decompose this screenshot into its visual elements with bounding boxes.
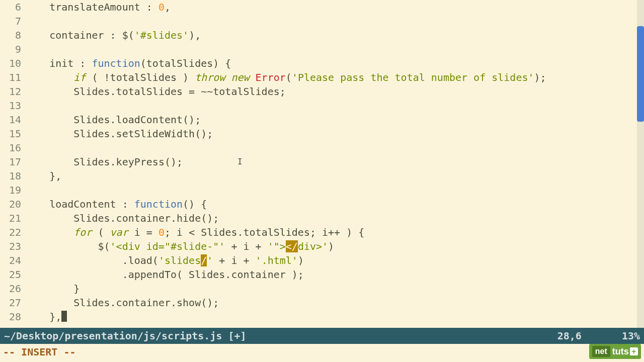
line-number: 11 [0, 70, 21, 84]
line-number: 26 [0, 282, 21, 296]
scrollbar-thumb[interactable] [637, 26, 644, 122]
line-number: 27 [0, 296, 21, 310]
line-number: 7 [0, 14, 21, 28]
editor-mode: -- INSERT -- [3, 346, 76, 358]
cursor-position: 28,6 [557, 330, 582, 342]
scroll-percent: 13% [622, 330, 640, 342]
search-highlight: < [286, 240, 292, 252]
line-number: 21 [0, 211, 21, 225]
line-number: 20 [0, 197, 21, 211]
line-number: 13 [0, 99, 21, 113]
line-number: 22 [0, 225, 21, 239]
line-number: 8 [0, 28, 21, 42]
mouse-text-cursor-icon: I [237, 157, 243, 166]
line-number: 15 [0, 127, 21, 141]
search-highlight: / [292, 240, 298, 252]
line-number: 9 [0, 42, 21, 56]
line-number: 10 [0, 56, 21, 70]
line-number: 18 [0, 169, 21, 183]
line-number-gutter: 6 7 8 9 10 11 12 13 14 15 16 17 18 19 20… [0, 0, 25, 328]
line-number: 24 [0, 253, 21, 267]
line-number: 23 [0, 239, 21, 253]
code-area[interactable]: translateAmount : 0, container : $('#sli… [25, 0, 644, 328]
nettuts-logo: net tuts + [589, 344, 641, 359]
line-number: 6 [0, 0, 21, 14]
line-number: 12 [0, 84, 21, 99]
line-number: 14 [0, 113, 21, 127]
editor-viewport[interactable]: 6 7 8 9 10 11 12 13 14 15 16 17 18 19 20… [0, 0, 644, 328]
line-number: 17 [0, 155, 21, 169]
mode-line: -- INSERT -- net tuts + [0, 344, 644, 362]
vertical-scrollbar[interactable] [637, 0, 644, 328]
file-path: ~/Desktop/presentation/js/scripts.js [+] [4, 330, 247, 342]
search-highlight: / [201, 254, 207, 266]
status-bar: ~/Desktop/presentation/js/scripts.js [+]… [0, 328, 644, 344]
line-number: 16 [0, 141, 21, 155]
line-number: 28 [0, 310, 21, 324]
text-cursor [61, 311, 67, 322]
line-number: 25 [0, 267, 21, 282]
line-number: 19 [0, 183, 21, 197]
